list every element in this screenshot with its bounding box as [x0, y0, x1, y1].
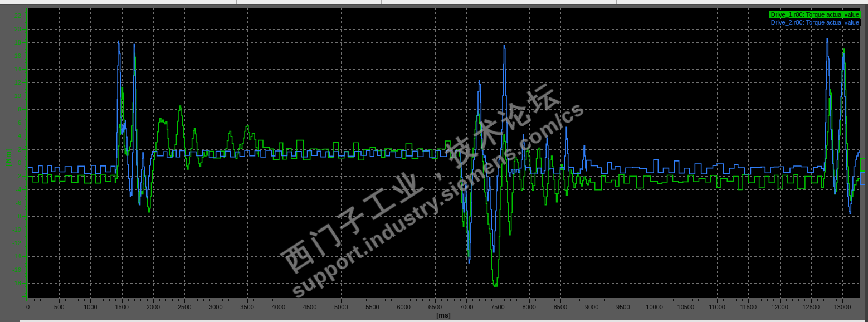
y-tick-label: -8 [3, 213, 21, 219]
y-tick-label: -12 [3, 240, 21, 246]
x-tick-label: 4500 [292, 304, 328, 310]
x-tick-label: 10000 [637, 304, 672, 310]
y-tick-label: 22 [3, 12, 21, 19]
x-tick-label: 1500 [104, 304, 140, 310]
x-tick-label: 7000 [448, 304, 484, 310]
y-tick-label: 14 [3, 66, 21, 72]
x-tick-label: 9000 [574, 304, 609, 310]
horizontal-scrollbar-edge[interactable] [20, 320, 865, 322]
y-tick-label: 16 [3, 52, 21, 59]
y-tick-label: 18 [3, 39, 21, 46]
x-tick-label: 8500 [543, 304, 578, 310]
x-tick-label: 10500 [668, 304, 704, 310]
y-tick-label: -14 [3, 253, 21, 260]
right-edge-strip [865, 4, 868, 322]
x-tick-label: 3500 [230, 304, 265, 310]
x-tick-label: 9500 [605, 304, 641, 310]
x-tick-label: 2500 [167, 304, 202, 310]
y-tick-label: -18 [3, 280, 21, 286]
x-tick-label: 6000 [386, 304, 422, 310]
x-tick-label: 1000 [72, 304, 108, 310]
x-tick-label: 3000 [198, 304, 233, 310]
y-axis-unit-label: [Nm] [4, 148, 12, 167]
x-tick-label: 2000 [135, 304, 171, 310]
x-tick-label: 5500 [355, 304, 391, 310]
x-tick-label: 5000 [323, 304, 359, 310]
y-tick-label: -4 [3, 186, 21, 193]
y-tick-label: -16 [3, 266, 21, 273]
y-tick-label: -6 [3, 199, 21, 206]
y-tick-label: -2 [3, 173, 21, 179]
trace-window: 2220181614121086420-2-4-6-8-10-12-14-16-… [0, 0, 868, 322]
x-axis-unit-label: [ms] [427, 311, 460, 319]
x-tick-label: 11500 [730, 304, 766, 310]
y-tick-label: -10 [3, 226, 21, 233]
x-tick-label: 4000 [261, 304, 296, 310]
y-tick-label: 6 [3, 119, 21, 126]
x-tick-label: 12500 [793, 304, 829, 310]
x-tick-label: 6500 [417, 304, 453, 310]
x-tick-label: 12000 [762, 304, 798, 310]
x-tick-label: 0 [10, 304, 46, 310]
y-tick-label: 4 [3, 133, 21, 139]
x-tick-label: 500 [41, 304, 77, 310]
y-tick-label: 10 [3, 92, 21, 99]
x-tick-label: 8000 [511, 304, 547, 310]
trace-plot-area[interactable] [0, 0, 868, 322]
legend: Drive_1.r80: Torque actual value Drive_2… [769, 11, 861, 27]
legend-item-drive2[interactable]: Drive_2.r80: Torque actual value [769, 19, 861, 26]
x-tick-label: 11000 [699, 304, 735, 310]
x-tick-label: 7500 [480, 304, 515, 310]
y-tick-label: 12 [3, 79, 21, 86]
x-tick-label: 13000 [825, 304, 860, 310]
legend-item-drive1[interactable]: Drive_1.r80: Torque actual value [769, 11, 861, 18]
y-tick-label: 20 [3, 26, 21, 32]
y-tick-label: 8 [3, 106, 21, 113]
